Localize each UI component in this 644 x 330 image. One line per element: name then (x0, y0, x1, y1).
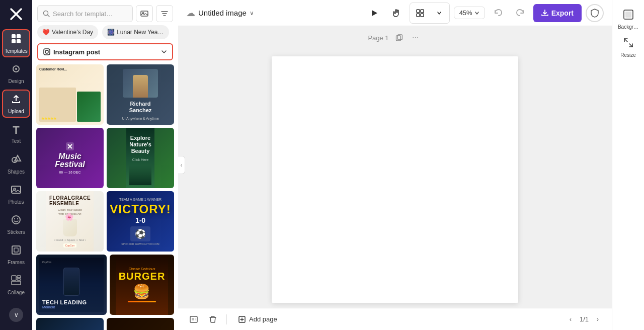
sidebar-item-design[interactable]: Design (2, 59, 30, 88)
collage-icon (11, 275, 22, 288)
view-chevron-btn[interactable] (430, 4, 448, 22)
sidebar-item-collage[interactable]: Collage (2, 271, 30, 299)
sidebar-item-stickers[interactable]: Stickers (2, 210, 30, 238)
templates-label: Templates (5, 48, 28, 54)
present-btn[interactable] (365, 4, 383, 22)
sidebar-item-text[interactable]: T Text (2, 120, 30, 148)
export-btn[interactable]: Export (533, 4, 582, 22)
collage-label: Collage (8, 290, 25, 295)
resize-panel-btn[interactable]: Resize (615, 34, 641, 60)
undo-btn[interactable] (489, 4, 507, 22)
next-page-btn[interactable]: › (592, 313, 604, 325)
filter-lunar-new-year[interactable]: 🎆 Lunar New Yea… (102, 25, 169, 39)
zoom-level: 45% (459, 9, 472, 17)
redo-btn[interactable] (511, 4, 529, 22)
view-layout-btn[interactable] (411, 4, 429, 22)
svg-point-25 (45, 50, 48, 53)
template-row-2: MusicFestival 06 — 16 DEC ExploreNature'… (36, 128, 174, 188)
svg-point-7 (15, 68, 17, 70)
svg-point-12 (12, 216, 20, 224)
pan-tool-btn[interactable] (387, 4, 406, 22)
template-card-nature[interactable]: ExploreNature'sBeauty Click Here (107, 128, 174, 188)
template-search-input[interactable]: Search for templat… (37, 5, 133, 22)
template-card-victory[interactable]: TEAM A GAME 1 WINNER VICTORY! 1-0 ⚽ SPON… (107, 191, 174, 252)
sidebar-item-templates[interactable]: Templates (2, 29, 30, 57)
template-card-burger[interactable]: Classic Delicious BURGER 🍔 (110, 255, 174, 315)
template-card-music-festival[interactable]: MusicFestival 06 — 16 DEC (36, 128, 104, 188)
undo-icon (494, 9, 503, 18)
sidebar-item-upload[interactable]: Upload (2, 90, 30, 118)
design-icon (11, 63, 22, 77)
sidebar-nav: Templates Design Upload T Text (0, 0, 32, 330)
svg-marker-27 (372, 10, 377, 16)
frames-icon (11, 244, 22, 258)
sidebar-item-frames[interactable]: Frames (2, 240, 30, 269)
view-options-group (410, 3, 450, 24)
redo-icon (516, 9, 525, 18)
add-page-label: Add page (249, 315, 277, 323)
svg-point-13 (14, 218, 15, 219)
bottom-bar: Add page ‹ 1/1 › (178, 308, 612, 330)
svg-rect-5 (17, 39, 21, 43)
layout-icon (416, 9, 424, 17)
page-thumbnail-btn[interactable] (186, 312, 201, 327)
file-chevron-icon[interactable]: ∨ (250, 10, 254, 17)
app-logo[interactable] (6, 4, 26, 24)
svg-rect-29 (421, 10, 424, 13)
format-chevron-icon (161, 49, 167, 55)
resize-icon (623, 37, 634, 51)
filter-btn[interactable] (156, 5, 173, 22)
svg-rect-2 (12, 34, 16, 38)
svg-marker-9 (15, 155, 21, 161)
photos-label: Photos (8, 199, 24, 205)
sidebar-item-photos[interactable]: Photos (2, 180, 30, 208)
trash-icon (209, 315, 217, 323)
svg-rect-15 (12, 246, 20, 254)
page-counter: ‹ 1/1 › (565, 313, 604, 325)
svg-rect-35 (192, 318, 194, 320)
add-page-icon (238, 315, 246, 323)
template-card-hotel[interactable]: Customer Revi... ⭐⭐⭐⭐⭐ (36, 64, 104, 125)
add-page-btn[interactable]: Add page (233, 313, 282, 325)
right-panel: Backgr… Resize (612, 0, 644, 330)
sidebar-collapse-btn[interactable]: ∨ (9, 308, 23, 322)
template-card-floral[interactable]: FLORALGRACEENSEMBLE Clean Your Spacewith… (36, 191, 104, 252)
template-card-partial-2[interactable]: ☀ (107, 318, 174, 330)
delete-page-btn[interactable] (205, 312, 220, 327)
shield-btn[interactable] (586, 4, 604, 22)
cloud-icon: ☁ (186, 8, 195, 19)
prev-page-btn[interactable]: ‹ (565, 313, 577, 325)
toolbar-actions: 45% (365, 3, 604, 24)
shield-icon (591, 9, 599, 18)
templates-grid: Customer Revi... ⭐⭐⭐⭐⭐ RichardSanchez (32, 64, 178, 330)
page-header: Page 1 ··· (368, 31, 422, 44)
zoom-chevron-icon (474, 11, 479, 16)
page-more-btn[interactable]: ··· (409, 31, 422, 44)
filter-valentines[interactable]: ❤️ Valentine's Day (37, 25, 98, 39)
frames-label: Frames (8, 260, 25, 265)
background-panel-btn[interactable]: Backgr… (615, 6, 641, 32)
image-search-btn[interactable] (136, 5, 153, 22)
svg-line-43 (624, 39, 627, 42)
svg-rect-31 (421, 14, 424, 17)
template-card-partial-1[interactable]: 🌿 (36, 318, 104, 330)
svg-point-26 (48, 50, 49, 51)
file-title: Untitled image (198, 9, 247, 17)
svg-rect-28 (417, 10, 420, 13)
text-label: Text (12, 138, 21, 144)
sidebar-item-shapes[interactable]: Shapes (2, 150, 30, 178)
template-card-portrait[interactable]: RichardSanchez UI Anywhere & Anytime (107, 64, 174, 125)
svg-rect-24 (44, 49, 50, 55)
template-card-tech[interactable]: CopCon TECH LEADING Moment (36, 255, 107, 315)
format-selector[interactable]: Instagram post (37, 43, 173, 60)
zoom-selector[interactable]: 45% (454, 7, 485, 19)
canvas[interactable] (272, 56, 518, 303)
stickers-label: Stickers (7, 229, 25, 235)
quick-filters: ❤️ Valentine's Day 🎆 Lunar New Yea… (32, 25, 178, 43)
svg-line-44 (629, 44, 632, 47)
text-icon: T (13, 124, 19, 137)
page-duplicate-btn[interactable] (393, 31, 406, 44)
play-icon (370, 9, 379, 18)
background-icon (623, 9, 634, 23)
panel-collapse-btn[interactable]: ‹ (178, 156, 185, 174)
